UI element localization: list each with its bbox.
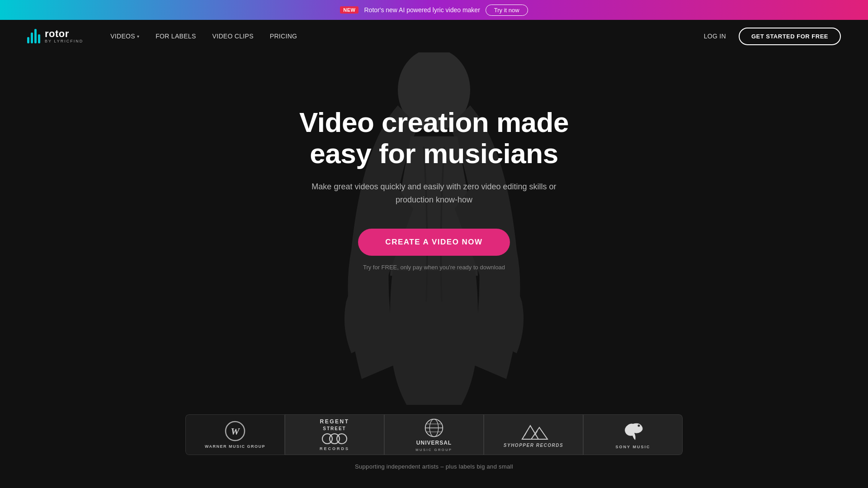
logo-card-sony: SONY MUSIC: [583, 414, 683, 455]
syhopper-logo: Syhopper Records: [504, 422, 563, 448]
warner-logo: W WARNER MUSIC GROUP: [205, 421, 265, 449]
hero-title: Video creation made easy for musicians: [276, 107, 592, 169]
sony-bird-icon: [622, 420, 644, 442]
nav-links: VIDEOS ▾ FOR LABELS VIDEO CLIPS PRICING: [110, 33, 703, 40]
logo-card-regent: REGENT STREET RECORDS: [285, 414, 384, 455]
regent-title: REGENT: [320, 418, 349, 425]
nav-item-video-clips[interactable]: VIDEO CLIPS: [212, 33, 254, 40]
login-button[interactable]: LOG IN: [704, 33, 726, 40]
regent-circles-icon: [321, 432, 348, 445]
svg-point-5: [337, 434, 347, 444]
regent-records: RECORDS: [320, 446, 349, 451]
logo-bar-3: [34, 29, 37, 43]
sony-label: SONY MUSIC: [616, 445, 651, 449]
nav-link-video-clips[interactable]: VIDEO CLIPS: [212, 33, 254, 40]
svg-marker-12: [531, 427, 547, 439]
logos-strip: W WARNER MUSIC GROUP REGENT STREET RECOR…: [0, 414, 868, 470]
warner-circle-icon: W: [225, 421, 245, 441]
logo-bar-4: [38, 34, 40, 43]
syhopper-icon: [518, 422, 549, 440]
logo-card-universal: UNIVERSAL MUSIC GROUP: [384, 414, 484, 455]
logo-link[interactable]: rotor BY LYRICFIND: [27, 29, 83, 43]
logo-bar-1: [27, 37, 29, 43]
regent-street: STREET: [323, 426, 346, 431]
logo-card-warner: W WARNER MUSIC GROUP: [185, 414, 285, 455]
nav-link-pricing[interactable]: PRICING: [270, 33, 297, 40]
svg-point-15: [638, 425, 640, 427]
hero-content: Video creation made easy for musicians M…: [276, 107, 592, 298]
chevron-down-icon: ▾: [137, 34, 139, 39]
hero-subtitle: Make great videos quickly and easily wit…: [307, 180, 561, 206]
create-video-button[interactable]: CREATE A VIDEO NOW: [358, 229, 509, 256]
logo-text-area: rotor BY LYRICFIND: [45, 29, 83, 43]
warner-label: WARNER MUSIC GROUP: [205, 444, 265, 449]
nav-item-labels[interactable]: FOR LABELS: [156, 33, 196, 40]
nav-right: LOG IN GET STARTED FOR FREE: [704, 28, 841, 45]
nav-item-pricing[interactable]: PRICING: [270, 33, 297, 40]
navbar: rotor BY LYRICFIND VIDEOS ▾ FOR LABELS V…: [0, 20, 868, 52]
svg-text:W: W: [231, 426, 240, 437]
hero-section: Video creation made easy for musicians M…: [0, 52, 868, 488]
universal-label: UNIVERSAL: [416, 440, 452, 446]
sony-logo: SONY MUSIC: [616, 420, 651, 449]
regent-logo: REGENT STREET RECORDS: [320, 418, 349, 451]
nav-item-videos[interactable]: VIDEOS ▾: [110, 33, 139, 40]
try-now-button[interactable]: Try it now: [486, 5, 528, 16]
universal-logo: UNIVERSAL MUSIC GROUP: [415, 418, 452, 452]
announcement-bar: NEW Rotor's new AI powered lyric video m…: [0, 0, 868, 20]
logo-tagline: BY LYRICFIND: [45, 39, 83, 43]
supporting-text: Supporting independent artists – plus la…: [355, 463, 513, 470]
logo-name: rotor: [45, 29, 83, 39]
universal-globe-icon: [424, 418, 444, 438]
nav-link-videos[interactable]: VIDEOS ▾: [110, 33, 139, 40]
get-started-button[interactable]: GET STARTED FOR FREE: [739, 28, 841, 45]
announcement-text: Rotor's new AI powered lyric video maker: [364, 6, 480, 14]
syhopper-label: Syhopper Records: [504, 443, 563, 448]
logo-bar-2: [31, 33, 33, 43]
logos-row: W WARNER MUSIC GROUP REGENT STREET RECOR…: [185, 414, 683, 455]
universal-sublabel: MUSIC GROUP: [415, 448, 452, 452]
new-badge: NEW: [340, 6, 359, 14]
cta-note: Try for FREE, only pay when you're ready…: [363, 264, 505, 271]
svg-line-13: [525, 430, 528, 436]
nav-link-labels[interactable]: FOR LABELS: [156, 33, 196, 40]
logo-icon: [27, 29, 40, 43]
logo-card-syhopper: Syhopper Records: [484, 414, 583, 455]
